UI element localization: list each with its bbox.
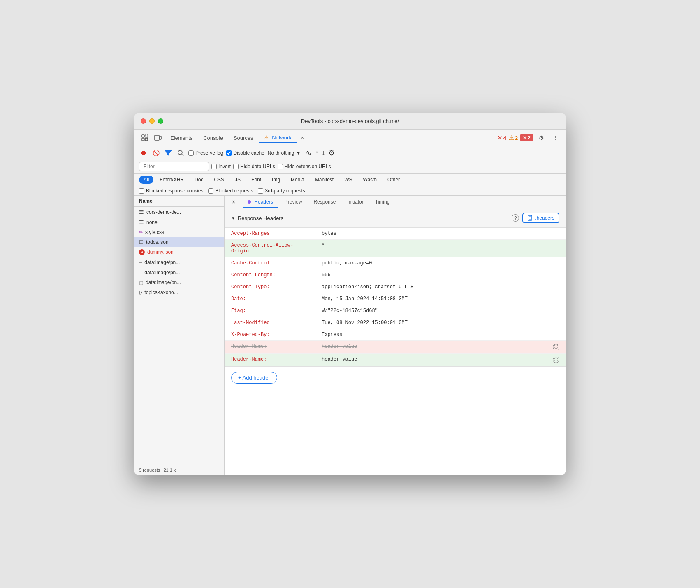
list-item[interactable]: ✕ dummy.json (134, 247, 224, 257)
dark-badge-count: 2 (528, 135, 531, 141)
type-btn-other[interactable]: Other (383, 176, 404, 184)
download-icon[interactable]: ↓ (322, 149, 325, 157)
info-icon-green[interactable]: ⓘ (553, 357, 559, 363)
device-toolbar-icon[interactable] (152, 132, 164, 144)
svg-line-7 (182, 154, 183, 156)
header-value: Mon, 15 Jan 2024 14:51:08 GMT (322, 296, 559, 302)
file-name: cors-demo-de... (146, 209, 181, 215)
blocked-response-cookies-label[interactable]: Blocked response cookies (139, 188, 203, 194)
tab-headers[interactable]: Headers (243, 196, 278, 208)
net-settings-icon[interactable]: ⚙ (328, 148, 335, 157)
list-item[interactable]: {} topics-taxono... (134, 287, 224, 297)
tab-initiator[interactable]: Initiator (342, 196, 368, 208)
header-value-strikethrough: header value (322, 344, 553, 350)
third-party-label[interactable]: 3rd-party requests (258, 188, 305, 194)
search-btn[interactable] (176, 148, 185, 157)
header-key: Cache-Control: (231, 260, 322, 266)
preserve-log-label[interactable]: Preserve log (188, 150, 223, 156)
warning-count: 2 (515, 135, 518, 141)
tab-response-label: Response (313, 199, 336, 205)
toolbar-right: ✕ 4 ⚠ 2 ✕ 2 ⚙ ⋮ (497, 132, 561, 144)
header-row-header-name-red: Header-Name: header value ⓘ (225, 341, 566, 354)
type-btn-media[interactable]: Media (286, 176, 309, 184)
header-value: application/json; charset=UTF-8 (322, 284, 559, 290)
type-btn-js[interactable]: JS (230, 176, 245, 184)
hide-ext-urls-label[interactable]: Hide extension URLs (278, 164, 331, 169)
more-tabs-btn[interactable]: » (297, 133, 307, 143)
more-options-icon[interactable]: ⋮ (549, 132, 561, 144)
disable-cache-checkbox[interactable] (226, 150, 232, 156)
list-item-selected[interactable]: ☐ todos.json (134, 237, 224, 247)
third-party-checkbox[interactable] (258, 188, 263, 194)
close-button[interactable] (141, 118, 146, 124)
file-icon-json2: {} (139, 290, 142, 295)
upload-icon[interactable]: ↑ (315, 149, 318, 157)
disable-cache-label[interactable]: Disable cache (226, 150, 264, 156)
file-list-footer: 9 requests 21.1 k (134, 465, 224, 475)
file-btn-icon (527, 215, 533, 221)
tab-elements[interactable]: Elements (165, 133, 197, 143)
type-btn-ws[interactable]: WS (340, 176, 357, 184)
type-btn-css[interactable]: CSS (209, 176, 229, 184)
throttle-select[interactable]: No throttling ▼ (268, 150, 301, 156)
filter-btn[interactable] (164, 148, 173, 157)
type-btn-all[interactable]: All (139, 176, 153, 184)
clear-btn[interactable]: 🚫 (151, 148, 160, 157)
tab-response[interactable]: Response (308, 196, 341, 208)
hide-data-urls-label[interactable]: Hide data URLs (233, 164, 275, 169)
tab-timing-label: Timing (375, 199, 390, 205)
add-header-btn-label: + Add header (238, 375, 270, 381)
tab-console[interactable]: Console (198, 133, 228, 143)
type-btn-wasm[interactable]: Wasm (359, 176, 382, 184)
list-item[interactable]: ▢ data:image/pn... (134, 278, 224, 287)
type-btn-doc[interactable]: Doc (190, 176, 208, 184)
list-item[interactable]: – data:image/pn... (134, 267, 224, 278)
tab-headers-label: Headers (254, 199, 273, 205)
tab-preview[interactable]: Preview (280, 196, 307, 208)
list-item[interactable]: ✏ style.css (134, 227, 224, 237)
list-item[interactable]: ☰ none (134, 217, 224, 227)
type-btn-font[interactable]: Font (247, 176, 266, 184)
filter-input[interactable] (139, 162, 209, 171)
type-btn-fetch-xhr[interactable]: Fetch/XHR (155, 176, 188, 184)
tab-sources[interactable]: Sources (229, 133, 258, 143)
tab-bar: Elements Console Sources ⚠ Network » (165, 133, 496, 143)
minimize-button[interactable] (149, 118, 155, 124)
selector-icon[interactable] (139, 132, 151, 144)
blocked-requests-label[interactable]: Blocked requests (208, 188, 253, 194)
invert-label[interactable]: Invert (211, 164, 231, 169)
response-headers-section: ▼ Response Headers ? .headers (225, 208, 566, 228)
headers-content: ▼ Response Headers ? .headers (225, 208, 566, 475)
triangle-icon: ▼ (231, 216, 235, 220)
preserve-log-checkbox[interactable] (188, 150, 194, 156)
list-item[interactable]: ☰ cors-demo-de... (134, 207, 224, 217)
blocked-requests-checkbox[interactable] (208, 188, 213, 194)
header-row-cache-control: Cache-Control: public, max-age=0 (225, 257, 566, 269)
tab-network-label: Network (272, 134, 292, 141)
info-icon-red[interactable]: ⓘ (553, 344, 559, 350)
wifi-icon[interactable]: ∿ (306, 148, 312, 157)
preserve-log-text: Preserve log (195, 150, 223, 156)
type-btn-img[interactable]: Img (267, 176, 285, 184)
add-header-btn[interactable]: + Add header (231, 372, 277, 384)
tab-network[interactable]: ⚠ Network (259, 133, 297, 143)
svg-rect-0 (142, 135, 144, 137)
type-btn-manifest[interactable]: Manifest (311, 176, 338, 184)
file-icon-css: ✏ (139, 230, 143, 235)
hide-ext-urls-checkbox[interactable] (278, 164, 283, 169)
invert-checkbox[interactable] (211, 164, 217, 169)
close-panel-btn[interactable]: × (229, 198, 238, 206)
record-stop-btn[interactable]: ⏺ (139, 148, 148, 157)
tab-timing[interactable]: Timing (370, 196, 395, 208)
help-icon[interactable]: ? (512, 214, 519, 222)
hide-ext-urls-text: Hide extension URLs (285, 164, 331, 169)
hide-data-urls-checkbox[interactable] (233, 164, 239, 169)
svg-rect-5 (160, 136, 161, 139)
list-item[interactable]: – data:image/pn... (134, 257, 224, 267)
headers-file-btn[interactable]: .headers (522, 213, 559, 223)
settings-icon[interactable]: ⚙ (535, 132, 547, 144)
blocked-cookies-checkbox[interactable] (139, 188, 144, 194)
maximize-button[interactable] (158, 118, 163, 124)
size-info: 21.1 k (163, 468, 176, 472)
svg-rect-2 (142, 138, 144, 141)
